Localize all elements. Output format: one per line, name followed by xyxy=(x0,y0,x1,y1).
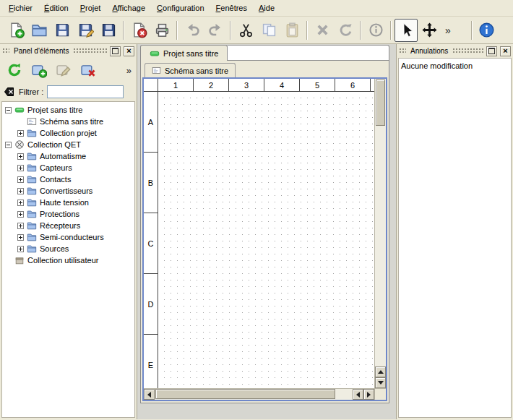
edit-element-button[interactable] xyxy=(53,60,74,81)
toolbar-separator xyxy=(306,21,308,40)
tree-item-schema-sans-titre[interactable]: Schéma sans titre xyxy=(2,116,134,127)
cut-button[interactable] xyxy=(234,19,257,42)
menu-aide[interactable]: Aide xyxy=(253,1,280,14)
row-header-cell: B xyxy=(144,153,158,213)
scroll-right-button[interactable] xyxy=(363,389,374,400)
column-header-cell: 1 xyxy=(158,79,194,91)
undo-list-item[interactable]: Aucune modification xyxy=(401,60,509,72)
undo-panel-titlebar[interactable]: Annulations xyxy=(397,44,513,58)
scroll-left-button-2[interactable] xyxy=(353,389,363,400)
new-element-button[interactable] xyxy=(28,60,49,81)
scroll-down-button[interactable] xyxy=(375,377,386,388)
tree-item-collection-qet[interactable]: Collection QET xyxy=(2,139,134,150)
schema-canvas[interactable] xyxy=(158,92,374,388)
redo-button[interactable] xyxy=(204,19,227,42)
horizontal-scrollbar-thumb[interactable] xyxy=(155,389,335,399)
save-all-button[interactable] xyxy=(97,19,120,42)
tree-item-collection-projet[interactable]: Collection projet xyxy=(2,127,134,139)
tree-item-semi-conducteurs[interactable]: Semi-conducteurs xyxy=(2,231,134,243)
menu-edition[interactable]: Édition xyxy=(38,1,74,14)
horizontal-scrollbar[interactable] xyxy=(144,388,374,400)
menu-projet[interactable]: Projet xyxy=(74,1,107,14)
expand-icon[interactable] xyxy=(17,223,24,229)
info-button[interactable] xyxy=(364,19,387,42)
row-header-cell: D xyxy=(144,274,158,335)
close-panel-button[interactable] xyxy=(124,46,134,56)
tree-item-collection-utilisateur[interactable]: Collection utilisateur xyxy=(2,254,134,266)
vertical-scrollbar[interactable] xyxy=(374,79,386,388)
expand-icon[interactable] xyxy=(17,188,24,194)
expand-icon[interactable] xyxy=(17,130,24,137)
toolbar-separator xyxy=(230,21,231,40)
schema-tab[interactable]: Schéma sans titre xyxy=(145,63,236,77)
select-mode-button[interactable] xyxy=(395,19,418,42)
vertical-scrollbar-thumb[interactable] xyxy=(376,80,385,126)
tree-item-contacts[interactable]: Contacts xyxy=(2,173,134,185)
undo-panel: Annulations Aucune modification xyxy=(396,44,513,419)
project-icon xyxy=(14,105,25,115)
redo-icon xyxy=(207,22,224,38)
tree-item-sources[interactable]: Sources xyxy=(2,243,134,254)
scroll-up-button[interactable] xyxy=(375,367,386,377)
paste-button[interactable] xyxy=(280,19,303,42)
copy-button[interactable] xyxy=(257,19,280,42)
elements-panel-titlebar[interactable]: Panel d'éléments xyxy=(0,44,137,58)
collapse-icon[interactable] xyxy=(5,107,12,113)
about-button[interactable] xyxy=(475,19,499,42)
expand-icon[interactable] xyxy=(17,153,24,160)
vertical-scrollbar-track[interactable] xyxy=(375,79,386,367)
elements-panel-title: Panel d'éléments xyxy=(12,47,70,55)
menu-fenetres[interactable]: Fenêtres xyxy=(210,1,253,14)
tree-item-protections[interactable]: Protections xyxy=(2,208,134,220)
tree-item-automatisme[interactable]: Automatisme xyxy=(2,150,134,162)
new-file-button[interactable] xyxy=(4,19,27,42)
float-panel-button[interactable] xyxy=(486,46,497,56)
project-tabbar-filler xyxy=(228,45,389,61)
cursor-arrow-icon xyxy=(398,22,415,38)
print-button[interactable] xyxy=(150,19,173,42)
clear-filter-icon[interactable] xyxy=(4,86,15,98)
undo-button[interactable] xyxy=(181,19,204,42)
schema-icon xyxy=(27,116,37,127)
horizontal-scrollbar-track[interactable] xyxy=(155,389,353,400)
collapse-icon[interactable] xyxy=(5,142,12,148)
tree-item-convertisseurs[interactable]: Convertisseurs xyxy=(2,185,134,197)
open-button[interactable] xyxy=(27,19,51,42)
expand-icon[interactable] xyxy=(17,246,24,252)
toolbar-overflow-button[interactable]: » xyxy=(441,25,455,36)
project-tab[interactable]: Projet sans titre xyxy=(140,45,228,61)
tree-item-projet-sans-titre[interactable]: Projet sans titre xyxy=(2,104,134,116)
expand-icon[interactable] xyxy=(17,234,24,241)
expand-icon[interactable] xyxy=(17,176,24,183)
delete-button[interactable] xyxy=(311,19,334,42)
scroll-left-button[interactable] xyxy=(144,389,155,400)
close-panel-button[interactable] xyxy=(500,46,511,56)
filter-label: Filtrer : xyxy=(19,87,43,96)
delete-element-button[interactable] xyxy=(77,60,98,81)
float-panel-button[interactable] xyxy=(110,46,121,56)
ruler-corner xyxy=(144,79,158,92)
menu-affichage[interactable]: Affichage xyxy=(106,1,151,14)
menu-fichier[interactable]: Fichier xyxy=(3,1,38,14)
expand-icon[interactable] xyxy=(17,165,24,171)
save-button[interactable] xyxy=(51,19,74,42)
expand-icon[interactable] xyxy=(17,211,24,218)
elements-panel: Panel d'éléments » Filtrer : Projet sans… xyxy=(0,44,137,419)
reload-collections-button[interactable] xyxy=(4,60,25,81)
close-file-button[interactable] xyxy=(127,19,150,42)
tree-item-recepteurs[interactable]: Récepteurs xyxy=(2,220,134,231)
filter-input[interactable] xyxy=(47,85,124,98)
menu-configuration[interactable]: Configuration xyxy=(151,1,210,14)
rotate-button[interactable] xyxy=(334,19,357,42)
save-as-button[interactable] xyxy=(74,19,97,42)
expand-icon[interactable] xyxy=(17,200,24,206)
panel-overflow-button[interactable]: » xyxy=(126,65,133,76)
dock-grip xyxy=(2,48,9,54)
undo-panel-title: Annulations xyxy=(409,47,449,55)
delete-element-icon xyxy=(80,62,96,78)
tree-item-haute-tension[interactable]: Haute tension xyxy=(2,197,134,208)
main-toolbar: » xyxy=(0,17,513,44)
move-mode-button[interactable] xyxy=(418,19,441,42)
about-info-icon xyxy=(478,22,495,38)
tree-item-capteurs[interactable]: Capteurs xyxy=(2,162,134,173)
